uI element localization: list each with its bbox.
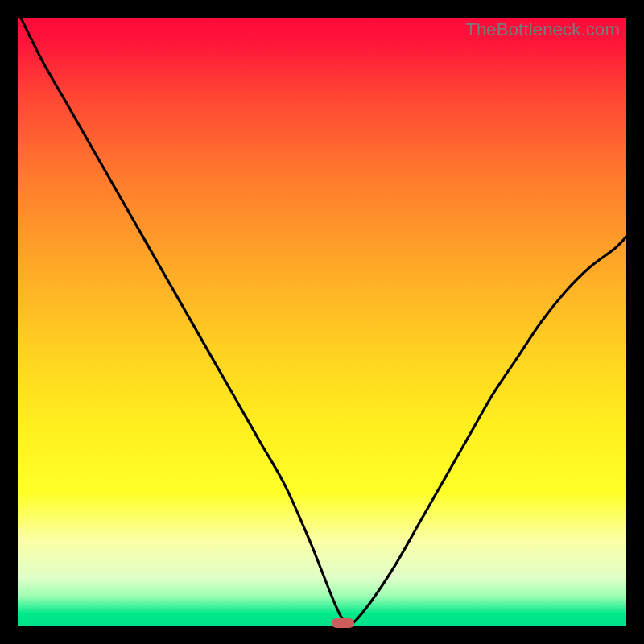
plot-area: TheBottleneck.com [18, 18, 626, 626]
optimal-marker [332, 618, 354, 628]
chart-frame: TheBottleneck.com [0, 0, 644, 644]
bottleneck-curve [18, 18, 626, 626]
